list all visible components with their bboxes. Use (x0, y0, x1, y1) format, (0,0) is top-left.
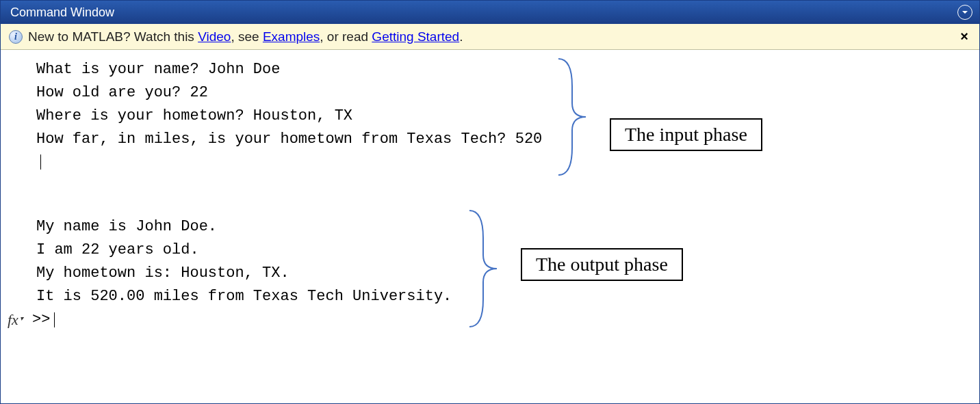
console-input-line: What is your name? John Doe (1, 58, 979, 81)
console-output-line: My hometown is: Houston, TX. (1, 262, 979, 285)
info-text: New to MATLAB? Watch this Video, see Exa… (28, 29, 463, 44)
info-prefix: New to MATLAB? Watch this (28, 29, 198, 44)
console-input-line: How far, in miles, is your hometown from… (1, 128, 979, 151)
console-area[interactable]: What is your name? John Doe How old are … (1, 50, 979, 403)
info-bar: i New to MATLAB? Watch this Video, see E… (1, 24, 979, 50)
info-bar-content: i New to MATLAB? Watch this Video, see E… (9, 29, 463, 44)
info-icon: i (9, 30, 23, 44)
console-input-line: Where is your hometown? Houston, TX (1, 105, 979, 128)
info-mid1: , see (231, 29, 262, 44)
window-title: Command Window (10, 5, 114, 20)
console-output-line: It is 520.00 miles from Texas Tech Unive… (1, 285, 979, 308)
command-window: Command Window i New to MATLAB? Watch th… (0, 0, 980, 404)
chevron-down-icon (962, 9, 968, 16)
titlebar: Command Window (1, 1, 979, 24)
text-cursor (54, 312, 55, 327)
output-phase-label: The output phase (521, 248, 683, 281)
fx-icon[interactable]: fx▾ (8, 308, 32, 332)
prompt-line[interactable]: fx▾ >> (1, 308, 979, 332)
info-mid2: , or read (320, 29, 372, 44)
console-output-line: I am 22 years old. (1, 239, 979, 262)
console-output-line: My name is John Doe. (1, 215, 979, 239)
console-cursor-line (1, 151, 979, 174)
info-suffix: . (459, 29, 463, 44)
prompt-symbol: >> (32, 308, 50, 332)
minimize-dropdown-button[interactable] (957, 5, 972, 20)
close-infobar-button[interactable]: × (957, 29, 971, 44)
console-input-line: How old are you? 22 (1, 81, 979, 105)
getting-started-link[interactable]: Getting Started (372, 29, 459, 44)
examples-link[interactable]: Examples (263, 29, 320, 44)
video-link[interactable]: Video (198, 29, 231, 44)
input-phase-label: The input phase (610, 118, 762, 151)
